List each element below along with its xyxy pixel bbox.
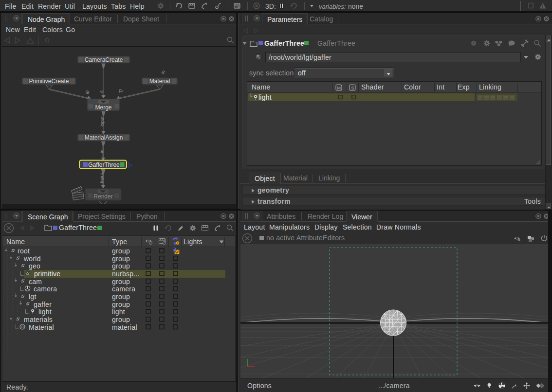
svg-text:Render: Render xyxy=(93,193,112,200)
svg-text:Off: Off xyxy=(491,96,495,99)
svg-text:light: light xyxy=(38,308,52,316)
svg-text:cam: cam xyxy=(29,278,42,285)
svg-text:in: in xyxy=(160,69,166,75)
svg-text:group: group xyxy=(112,278,130,285)
svg-text:in: in xyxy=(99,150,104,153)
svg-text:variables:: variables: xyxy=(319,3,346,10)
svg-text:3D:: 3D: xyxy=(265,2,276,10)
svg-text:CameraCreate: CameraCreate xyxy=(85,56,123,63)
svg-text:Material: Material xyxy=(149,78,170,85)
svg-text:camera: camera xyxy=(112,285,135,293)
svg-text:i0: i0 xyxy=(84,90,90,95)
svg-text:M: M xyxy=(337,86,341,90)
svg-text:material: material xyxy=(112,323,137,331)
svg-text:GafferThree: GafferThree xyxy=(88,161,120,168)
svg-text:Material: Material xyxy=(29,323,54,331)
svg-text:i2: i2 xyxy=(118,89,124,93)
svg-text:S: S xyxy=(351,86,354,90)
svg-text:C: C xyxy=(479,96,481,99)
svg-text:PrimitiveCreate: PrimitiveCreate xyxy=(29,78,69,85)
svg-text:lgt: lgt xyxy=(29,293,37,301)
svg-text:group: group xyxy=(112,247,130,255)
svg-text:MaterialAssign: MaterialAssign xyxy=(85,134,123,141)
svg-text:root: root xyxy=(18,247,30,255)
svg-text:materials: materials xyxy=(24,316,53,323)
svg-text:group: group xyxy=(112,293,130,301)
svg-text:world: world xyxy=(23,255,41,263)
svg-text:primitive: primitive xyxy=(34,270,60,278)
svg-text:none: none xyxy=(348,2,363,10)
svg-text:input: input xyxy=(99,116,105,126)
svg-text:camera: camera xyxy=(34,285,57,293)
svg-text:group: group xyxy=(112,301,130,308)
svg-text:gaffer: gaffer xyxy=(34,301,52,308)
svg-text:group: group xyxy=(112,316,130,323)
svg-text:Input: Input xyxy=(99,173,104,183)
svg-text:light: light xyxy=(112,308,125,316)
svg-text:?: ? xyxy=(472,41,475,46)
svg-text:group: group xyxy=(112,255,130,263)
svg-text:Off: Off xyxy=(511,96,515,99)
svg-text:Merge: Merge xyxy=(95,104,111,111)
svg-text:ON: ON xyxy=(504,96,508,99)
svg-text:nurbsp...: nurbsp... xyxy=(112,270,140,278)
svg-text:C: C xyxy=(498,96,500,99)
svg-text:i1: i1 xyxy=(99,90,104,93)
svg-text:geo: geo xyxy=(29,262,40,270)
svg-text:group: group xyxy=(112,262,130,270)
svg-text:ON: ON xyxy=(485,96,489,99)
